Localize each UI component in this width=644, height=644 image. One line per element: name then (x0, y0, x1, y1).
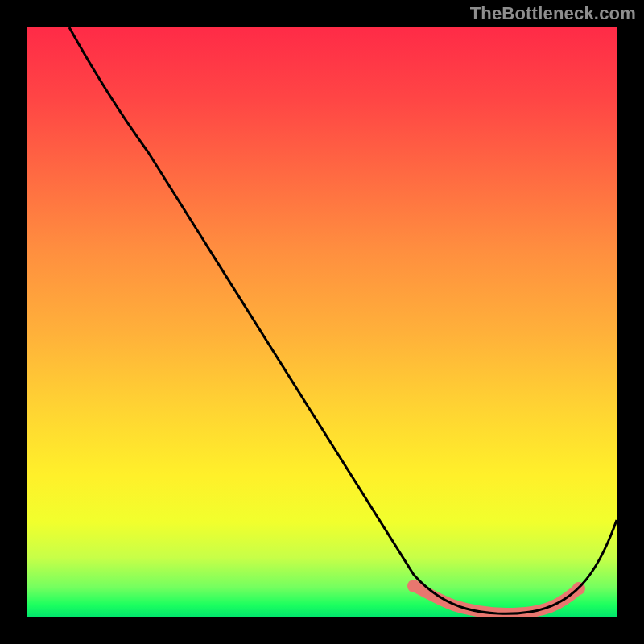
curve-layer (27, 27, 617, 617)
band-end-dot (572, 582, 585, 595)
main-curve-path (69, 27, 617, 613)
band-start-dot (407, 580, 420, 592)
bottom-band-path (414, 586, 579, 613)
attribution-text: TheBottleneck.com (470, 3, 636, 24)
plot-area (27, 27, 617, 617)
chart-frame: TheBottleneck.com (0, 0, 644, 644)
